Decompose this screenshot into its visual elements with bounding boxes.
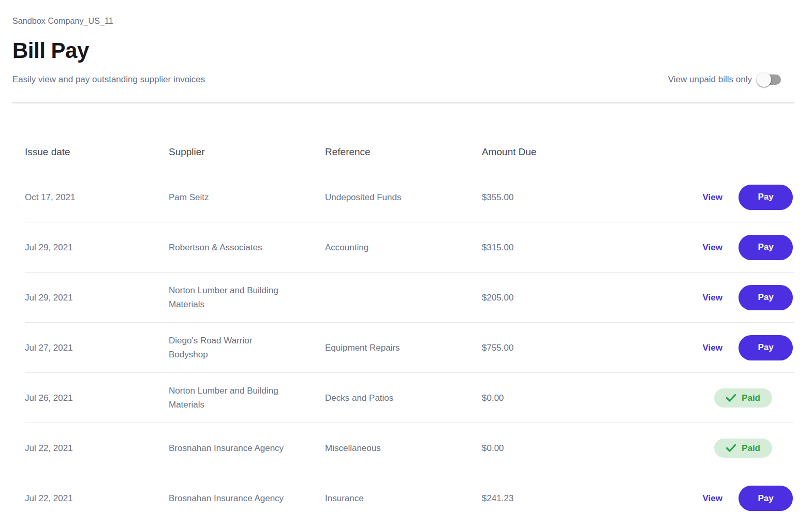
reference-cell: Equipment Repairs <box>325 341 482 355</box>
unpaid-filter-toggle[interactable] <box>758 72 781 87</box>
amount-due-cell: $0.00 <box>482 391 606 405</box>
pay-button[interactable]: Pay <box>739 335 793 360</box>
amount-due-cell: $355.00 <box>482 190 606 204</box>
issue-date-cell: Jul 29, 2021 <box>25 291 169 305</box>
paid-badge: Paid <box>714 388 772 408</box>
issue-date-cell: Jul 29, 2021 <box>25 240 169 254</box>
amount-due-cell: $0.00 <box>482 441 606 455</box>
view-link[interactable]: View <box>703 491 722 505</box>
bills-table: Issue date Supplier Reference Amount Due… <box>12 132 794 523</box>
reference-cell: Insurance <box>325 491 482 505</box>
company-name: Sandbox Company_US_11 <box>12 17 800 26</box>
row-actions: Paid <box>606 439 794 458</box>
page-header: Sandbox Company_US_11 Bill Pay Easily vi… <box>0 0 812 87</box>
toggle-knob-icon <box>757 72 771 87</box>
check-icon <box>726 394 736 402</box>
column-header-supplier: Supplier <box>169 146 325 158</box>
table-row: Jul 22, 2021 Brosnahan Insurance Agency … <box>25 473 794 523</box>
table-row: Jul 22, 2021 Brosnahan Insurance Agency … <box>25 423 794 473</box>
paid-badge: Paid <box>714 439 772 458</box>
reference-cell: Undeposited Funds <box>325 190 482 204</box>
view-link[interactable]: View <box>703 240 722 254</box>
issue-date-cell: Jul 26, 2021 <box>25 391 169 405</box>
pay-button[interactable]: Pay <box>739 235 793 260</box>
issue-date-cell: Jul 27, 2021 <box>25 341 169 355</box>
bill-pay-page: Sandbox Company_US_11 Bill Pay Easily vi… <box>0 0 812 527</box>
amount-due-cell: $205.00 <box>482 291 606 305</box>
column-header-amount-due: Amount Due <box>482 146 606 158</box>
row-actions: View Pay <box>606 235 794 260</box>
issue-date-cell: Jul 22, 2021 <box>25 491 169 505</box>
unpaid-filter-label: View unpaid bills only <box>668 74 752 85</box>
column-header-issue-date: Issue date <box>25 146 169 158</box>
issue-date-cell: Jul 22, 2021 <box>25 441 169 455</box>
pay-button[interactable]: Pay <box>739 185 793 210</box>
supplier-cell: Diego's Road Warrior Bodyshop <box>169 334 325 362</box>
table-row: Jul 27, 2021 Diego's Road Warrior Bodysh… <box>25 323 794 373</box>
paid-badge-label: Paid <box>742 391 760 405</box>
paid-badge-label: Paid <box>742 441 760 455</box>
subtitle-row: Easily view and pay outstanding supplier… <box>12 72 800 87</box>
view-link[interactable]: View <box>703 291 722 305</box>
amount-due-cell: $241.23 <box>482 491 606 505</box>
issue-date-cell: Oct 17, 2021 <box>25 190 169 204</box>
amount-due-cell: $755.00 <box>482 341 606 355</box>
amount-due-cell: $315.00 <box>482 240 606 254</box>
row-actions: View Pay <box>606 185 794 210</box>
view-link[interactable]: View <box>703 190 722 204</box>
reference-cell: Decks and Patios <box>325 391 482 405</box>
column-header-reference: Reference <box>325 146 482 158</box>
reference-cell: Miscellaneous <box>325 441 482 455</box>
supplier-cell: Brosnahan Insurance Agency <box>169 441 325 455</box>
pay-button[interactable]: Pay <box>739 486 793 511</box>
table-row: Oct 17, 2021 Pam Seitz Undeposited Funds… <box>25 172 794 222</box>
row-actions: View Pay <box>606 486 794 511</box>
table-row: Jul 29, 2021 Robertson & Associates Acco… <box>25 222 794 273</box>
check-icon <box>726 444 736 452</box>
pay-button[interactable]: Pay <box>739 285 793 310</box>
page-title: Bill Pay <box>12 38 800 63</box>
table-row: Jul 26, 2021 Norton Lumber and Building … <box>25 373 794 423</box>
row-actions: Paid <box>606 388 794 408</box>
reference-cell: Accounting <box>325 240 482 254</box>
page-subtitle: Easily view and pay outstanding supplier… <box>12 74 205 85</box>
supplier-cell: Robertson & Associates <box>169 240 325 254</box>
supplier-cell: Norton Lumber and Building Materials <box>169 384 325 412</box>
supplier-cell: Pam Seitz <box>169 190 325 204</box>
table-body: Oct 17, 2021 Pam Seitz Undeposited Funds… <box>25 172 794 523</box>
row-actions: View Pay <box>606 285 794 310</box>
row-actions: View Pay <box>606 335 794 360</box>
unpaid-filter: View unpaid bills only <box>668 72 781 87</box>
table-row: Jul 29, 2021 Norton Lumber and Building … <box>25 273 794 323</box>
supplier-cell: Brosnahan Insurance Agency <box>169 491 325 505</box>
view-link[interactable]: View <box>703 341 722 355</box>
header-divider <box>12 102 794 103</box>
table-header-row: Issue date Supplier Reference Amount Due <box>25 132 794 172</box>
supplier-cell: Norton Lumber and Building Materials <box>169 283 325 311</box>
